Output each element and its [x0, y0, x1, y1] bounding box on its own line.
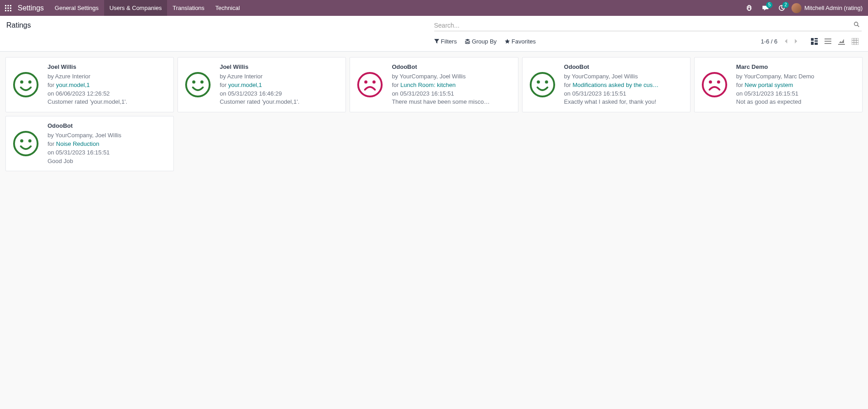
nav-item[interactable]: General Settings — [49, 0, 104, 16]
user-menu[interactable]: Mitchell Admin (rating) — [790, 3, 865, 13]
svg-point-35 — [537, 81, 540, 84]
filters-label: Filters — [441, 38, 457, 45]
pager-next[interactable] — [791, 36, 801, 46]
pager-prev[interactable] — [781, 36, 791, 46]
search-wrap — [434, 19, 862, 31]
nav-item[interactable]: Users & Companies — [104, 0, 168, 16]
messaging-badge: 5 — [766, 2, 772, 8]
svg-point-42 — [29, 140, 32, 143]
happy-face-icon — [183, 63, 212, 106]
view-kanban[interactable] — [808, 36, 821, 47]
svg-rect-13 — [815, 38, 818, 39]
view-switcher — [808, 36, 862, 47]
rating-for: for Lunch Room: kitchen — [392, 81, 512, 90]
svg-rect-20 — [852, 38, 858, 45]
svg-rect-15 — [811, 42, 814, 45]
rating-for: for Modifications asked by the cus… — [564, 81, 685, 90]
rating-for: for your.model,1 — [220, 81, 340, 90]
svg-point-40 — [14, 132, 38, 155]
groupby-button[interactable]: Group By — [465, 38, 497, 45]
rating-card[interactable]: Joel Willisby Azure Interiorfor your.mod… — [177, 57, 346, 112]
search-options: Filters Group By Favorites — [434, 38, 536, 45]
rating-card[interactable]: Marc Demoby YourCompany, Marc Demofor Ne… — [694, 57, 863, 112]
svg-rect-14 — [815, 40, 818, 42]
pager: 1-6 / 6 — [761, 36, 801, 46]
rating-card[interactable]: OdooBotby YourCompany, Joel Willisfor No… — [5, 116, 174, 171]
top-nav-left: Settings General SettingsUsers & Compani… — [0, 0, 245, 16]
rating-feedback: Not as good as expected — [736, 98, 857, 106]
rating-title: Joel Willis — [48, 63, 168, 72]
app-title[interactable]: Settings — [18, 4, 44, 12]
svg-rect-5 — [10, 7, 11, 9]
svg-rect-19 — [825, 43, 831, 44]
nav-items: General SettingsUsers & CompaniesTransla… — [49, 0, 245, 16]
messaging-icon[interactable]: 5 — [759, 0, 772, 16]
filters-button[interactable]: Filters — [434, 38, 457, 45]
nav-item[interactable]: Translations — [167, 0, 210, 16]
rating-for: for your.model,1 — [48, 81, 168, 90]
svg-point-34 — [531, 73, 554, 96]
search-input[interactable] — [434, 20, 852, 31]
svg-point-33 — [373, 81, 376, 84]
rating-on: on 06/06/2023 12:26:52 — [48, 90, 168, 98]
svg-rect-17 — [825, 38, 831, 39]
rating-for: for Noise Reduction — [48, 140, 168, 149]
svg-point-39 — [717, 81, 720, 84]
rating-card[interactable]: OdooBotby YourCompany, Joel Willisfor Lu… — [350, 57, 518, 112]
view-pivot[interactable] — [849, 36, 862, 47]
rating-for-link[interactable]: Lunch Room: kitchen — [400, 82, 456, 88]
rating-feedback: There must have been some misco… — [392, 98, 512, 106]
svg-line-11 — [858, 25, 859, 27]
svg-rect-18 — [825, 41, 831, 42]
apps-launcher[interactable] — [0, 0, 16, 16]
happy-face-icon — [11, 122, 40, 165]
svg-point-29 — [192, 81, 196, 84]
rating-for-link[interactable]: Modifications asked by the cus… — [572, 82, 658, 88]
rating-for-link[interactable]: New portal system — [745, 82, 793, 88]
rating-by: by YourCompany, Joel Willis — [392, 72, 512, 81]
rating-feedback: Customer rated 'your.model,1'. — [220, 98, 340, 106]
rating-for-link[interactable]: your.model,1 — [56, 82, 90, 88]
svg-point-37 — [703, 73, 726, 96]
rating-on: on 05/31/2023 16:46:29 — [220, 90, 340, 98]
rating-title: Joel Willis — [220, 63, 340, 72]
nav-item[interactable]: Technical — [210, 0, 245, 16]
svg-rect-1 — [7, 5, 9, 6]
svg-rect-8 — [10, 10, 11, 11]
svg-rect-3 — [5, 7, 6, 9]
rating-by: by YourCompany, Joel Willis — [48, 131, 168, 140]
rating-feedback: Good Job — [48, 157, 168, 166]
svg-rect-6 — [5, 10, 6, 11]
svg-point-10 — [854, 22, 858, 26]
rating-by: by Azure Interior — [220, 72, 340, 81]
rating-for-link[interactable]: your.model,1 — [228, 82, 262, 88]
favorites-button[interactable]: Favorites — [505, 38, 536, 45]
rating-by: by YourCompany, Marc Demo — [736, 72, 857, 81]
activities-icon[interactable]: 2 — [775, 0, 788, 16]
pager-text: 1-6 / 6 — [761, 38, 777, 45]
search-icon[interactable] — [852, 19, 862, 31]
debug-icon[interactable] — [743, 0, 755, 16]
rating-for-link[interactable]: Noise Reduction — [56, 140, 99, 147]
svg-rect-4 — [7, 7, 9, 9]
rating-by: by YourCompany, Joel Willis — [564, 72, 685, 81]
rating-on: on 05/31/2023 16:15:51 — [736, 90, 857, 98]
rating-title: OdooBot — [392, 63, 512, 72]
rating-card[interactable]: OdooBotby YourCompany, Joel Willisfor Mo… — [522, 57, 691, 112]
control-panel: Ratings Filters Group By Favorites — [0, 16, 868, 52]
svg-point-30 — [201, 81, 204, 84]
svg-rect-16 — [815, 43, 818, 45]
svg-point-41 — [20, 140, 24, 143]
view-graph[interactable] — [835, 36, 848, 47]
top-nav: Settings General SettingsUsers & Compani… — [0, 0, 868, 16]
rating-title: Marc Demo — [736, 63, 857, 72]
kanban-grid: Joel Willisby Azure Interiorfor your.mod… — [0, 52, 868, 177]
svg-rect-2 — [10, 5, 11, 6]
activities-badge: 2 — [782, 2, 789, 8]
svg-point-28 — [186, 73, 210, 96]
rating-on: on 05/31/2023 16:15:51 — [48, 149, 168, 157]
user-name: Mitchell Admin (rating) — [804, 5, 863, 11]
view-list[interactable] — [822, 36, 834, 47]
rating-card[interactable]: Joel Willisby Azure Interiorfor your.mod… — [5, 57, 174, 112]
rating-title: OdooBot — [48, 122, 168, 130]
